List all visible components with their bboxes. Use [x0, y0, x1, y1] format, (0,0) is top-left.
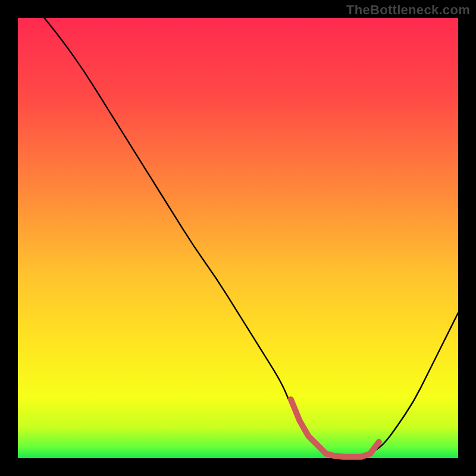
plot-background: [18, 18, 458, 458]
bottleneck-chart: [0, 0, 476, 476]
chart-stage: TheBottleneck.com: [0, 0, 476, 476]
watermark-text: TheBottleneck.com: [346, 2, 470, 18]
